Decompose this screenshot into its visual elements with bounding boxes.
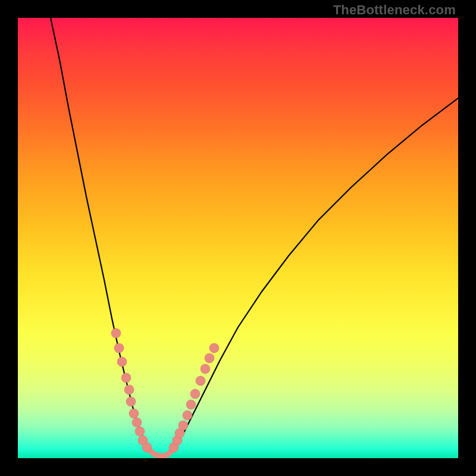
marker-dot [190, 389, 200, 399]
marker-dot [201, 364, 210, 374]
marker-dot [129, 409, 139, 418]
plot-area [18, 18, 458, 458]
chart-container: TheBottleneck.com [0, 0, 476, 476]
marker-dot [186, 400, 196, 409]
marker-dot [114, 343, 124, 353]
marker-dot [183, 411, 192, 420]
marker-dot [196, 376, 205, 386]
watermark-text: TheBottleneck.com [333, 2, 456, 18]
marker-dot [117, 357, 127, 367]
left-curve [51, 18, 151, 451]
marker-dot [124, 385, 134, 394]
marker-dot [135, 427, 145, 436]
dots-right-group [169, 343, 219, 452]
marker-dot [205, 353, 214, 363]
right-curve [171, 98, 458, 451]
bottom-marker-trace [151, 451, 171, 456]
marker-dot [178, 421, 188, 430]
marker-dot [126, 397, 136, 406]
marker-dot [209, 343, 219, 353]
curve-svg [18, 18, 458, 458]
marker-dot [132, 418, 142, 427]
marker-dot [142, 443, 152, 452]
marker-dot [111, 328, 121, 338]
dots-left-group [111, 328, 152, 452]
marker-dot [121, 373, 131, 383]
